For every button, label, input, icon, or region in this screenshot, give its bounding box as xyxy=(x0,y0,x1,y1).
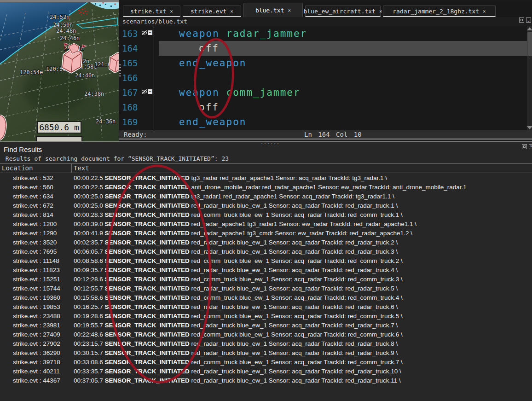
result-location: strike.evt : 814 xyxy=(13,210,53,220)
line-number[interactable]: 165 xyxy=(119,56,154,70)
code-text[interactable]: weapon radar_jammer xyxy=(154,26,527,41)
scroll-down-icon[interactable] xyxy=(527,126,532,129)
column-divider[interactable] xyxy=(71,164,72,173)
result-row[interactable]: strike.evt : 56000:00:22.5 SENSOR_TRACK_… xyxy=(0,183,532,192)
grid-label: 24:48n xyxy=(56,28,76,34)
result-row[interactable]: strike.evt : 2740900:22:48.6 SENSOR_TRAC… xyxy=(0,330,532,339)
result-text: 00:02:35.7 SENSOR_TRACK_INITIATED red_ra… xyxy=(74,238,398,247)
tab-close-icon[interactable]: ✕ xyxy=(230,8,233,14)
result-text: 00:19:28.6 SENSOR_TRACK_INITIATED red_co… xyxy=(74,312,403,321)
tab-blue-txt[interactable]: blue.txt✕ xyxy=(243,3,303,17)
tab-label: strike.evt xyxy=(191,8,226,15)
map-viewport[interactable]: 24:52n24:50n24:48n24:46n24:44n24:42n24:4… xyxy=(0,2,119,141)
tab-radar_jammer_2_18ghz-txt[interactable]: radar_jammer_2_18ghz.txt✕ xyxy=(383,6,496,17)
result-location: strike.evt : 27409 xyxy=(13,330,60,339)
code-line-169[interactable]: 169end_weapon xyxy=(119,115,532,129)
token-kw: end_weapon xyxy=(179,58,246,69)
scroll-up-icon[interactable] xyxy=(527,27,532,30)
code-text[interactable]: end_weapon xyxy=(154,115,527,129)
close-panel-icon[interactable]: ✕ xyxy=(529,144,532,149)
tab-close-icon[interactable]: ✕ xyxy=(288,7,291,13)
result-row[interactable]: strike.evt : 63400:00:25.0 SENSOR_TRACK_… xyxy=(0,192,532,201)
result-row[interactable]: strike.evt : 129000:00:41.9 SENSOR_TRACK… xyxy=(0,229,532,238)
line-number[interactable]: 169 xyxy=(119,115,154,129)
code-text[interactable]: off xyxy=(154,100,527,115)
result-row[interactable]: strike.evt : 352000:02:35.7 SENSOR_TRACK… xyxy=(0,238,532,247)
eye-slash-icon[interactable] xyxy=(141,89,147,94)
code-line-168[interactable]: 168off xyxy=(119,100,532,115)
results-pane-controls: ✕ xyxy=(520,144,532,149)
line-number[interactable]: 168 xyxy=(119,100,154,115)
code-line-166[interactable]: 166 xyxy=(119,70,532,85)
token-sp xyxy=(220,28,226,39)
splitter-handle[interactable] xyxy=(119,64,121,76)
breadcrumb: scenarios/blue.txt ✕ xyxy=(119,17,532,26)
line-number[interactable]: 166 xyxy=(119,70,154,85)
tab-strike-txt[interactable]: strike.txt✕ xyxy=(123,6,180,17)
result-row[interactable]: strike.evt : 1574400:12:55.7 SENSOR_TRAC… xyxy=(0,284,532,293)
map-render: 24:52n24:50n24:48n24:46n24:44n24:42n24:4… xyxy=(0,2,119,141)
column-text[interactable]: Text xyxy=(74,164,89,173)
result-row[interactable]: strike.evt : 3971800:33:08.6 SENSOR_TRAC… xyxy=(0,358,532,367)
line-number[interactable]: 167− xyxy=(119,85,154,100)
code-line-165[interactable]: 165end_weapon xyxy=(119,56,532,70)
tab-close-icon[interactable]: ✕ xyxy=(379,8,382,14)
result-text: 00:00:22.5 SENSOR_TRACK_INITIATED anti_d… xyxy=(74,183,467,192)
result-location: strike.evt : 39718 xyxy=(13,358,60,367)
result-row[interactable]: strike.evt : 120000:00:39.0 SENSOR_TRACK… xyxy=(0,220,532,229)
float-panel-icon[interactable] xyxy=(522,144,527,149)
code-editor[interactable]: 163−weapon radar_jammer164off165end_weap… xyxy=(119,26,532,130)
fold-collapse-icon[interactable]: − xyxy=(148,30,152,35)
result-row[interactable]: strike.evt : 1114800:08:58.6 SENSOR_TRAC… xyxy=(0,256,532,266)
code-text[interactable]: end_weapon xyxy=(154,56,527,70)
editor-pane: strike.txt✕strike.evt✕blue.txt✕blue_ew_a… xyxy=(119,0,532,141)
line-number[interactable]: 164 xyxy=(119,41,154,56)
result-row[interactable]: strike.evt : 1525100:12:28.6 SENSOR_TRAC… xyxy=(0,275,532,284)
close-panel-icon[interactable]: ✕ xyxy=(526,17,531,23)
fold-collapse-icon[interactable]: − xyxy=(148,89,152,94)
tab-label: radar_jammer_2_18ghz.txt xyxy=(393,8,479,15)
result-row[interactable]: strike.evt : 3629000:30:15.7 SENSOR_TRAC… xyxy=(0,349,532,358)
token-off: off xyxy=(199,102,219,113)
result-location: strike.evt : 1290 xyxy=(13,229,57,238)
editor-vertical-scrollbar[interactable] xyxy=(527,26,532,130)
result-location: strike.evt : 19360 xyxy=(13,293,60,302)
map-scale-readout-partial xyxy=(36,136,82,141)
result-row[interactable]: strike.evt : 1936000:15:58.6 SENSOR_TRAC… xyxy=(0,293,532,302)
tab-close-icon[interactable]: ✕ xyxy=(483,8,486,14)
find-results-panel: ······ ✕ Find Results Results of searchi… xyxy=(0,141,532,401)
eye-slash-icon[interactable] xyxy=(141,30,147,35)
token-off: off xyxy=(199,43,219,54)
scrollbar-thumb[interactable] xyxy=(527,32,532,56)
tab-strike-evt[interactable]: strike.evt✕ xyxy=(183,6,241,17)
float-panel-icon[interactable] xyxy=(519,17,524,23)
code-text[interactable] xyxy=(154,70,527,85)
line-number[interactable]: 163− xyxy=(119,26,154,41)
column-location[interactable]: Location xyxy=(2,164,33,173)
result-row[interactable]: strike.evt : 1985300:16:25.7 SENSOR_TRAC… xyxy=(0,302,532,312)
result-row[interactable]: strike.evt : 2398100:19:55.7 SENSOR_TRAC… xyxy=(0,321,532,330)
result-text: 00:00:25.0 SENSOR_TRACK_INITIATED tg3_ra… xyxy=(74,192,394,201)
code-line-164[interactable]: 164off xyxy=(119,41,532,56)
code-text[interactable]: weapon comm_jammer xyxy=(154,85,527,100)
result-location: strike.evt : 36290 xyxy=(13,349,60,358)
result-text: 00:00:25.0 SENSOR_TRACK_INITIATED red_ra… xyxy=(74,201,398,210)
grid-label: 24:40n xyxy=(75,72,95,79)
result-row[interactable]: strike.evt : 67200:00:25.0 SENSOR_TRACK_… xyxy=(0,201,532,210)
tab-blue_ew_aircraft-txt[interactable]: blue_ew_aircraft.txt✕ xyxy=(305,6,381,17)
result-location: strike.evt : 27902 xyxy=(13,339,60,349)
result-row[interactable]: strike.evt : 1182300:09:35.7 SENSOR_TRAC… xyxy=(0,266,532,275)
code-line-167[interactable]: 167−weapon comm_jammer xyxy=(119,85,532,100)
result-row[interactable]: strike.evt : 2790200:23:15.7 SENSOR_TRAC… xyxy=(0,339,532,349)
result-row[interactable]: strike.evt : 2348800:19:28.6 SENSOR_TRAC… xyxy=(0,312,532,321)
result-row[interactable]: strike.evt : 53200:00:22.5 SENSOR_TRACK_… xyxy=(0,174,532,183)
tab-close-icon[interactable]: ✕ xyxy=(170,8,173,14)
result-row[interactable]: strike.evt : 4021100:33:35.7 SENSOR_TRAC… xyxy=(0,367,532,376)
tab-label: strike.txt xyxy=(130,8,166,15)
result-row[interactable]: strike.evt : 769500:06:05.7 SENSOR_TRACK… xyxy=(0,247,532,256)
result-row[interactable]: strike.evt : 81400:00:28.3 SENSOR_TRACK_… xyxy=(0,210,532,220)
panel-drag-handle[interactable]: ······ xyxy=(260,143,280,145)
current-line[interactable]: off xyxy=(154,41,527,56)
code-line-163[interactable]: 163−weapon radar_jammer xyxy=(119,26,532,41)
result-row[interactable]: strike.evt : 4436700:37:05.7 SENSOR_TRAC… xyxy=(0,376,532,385)
